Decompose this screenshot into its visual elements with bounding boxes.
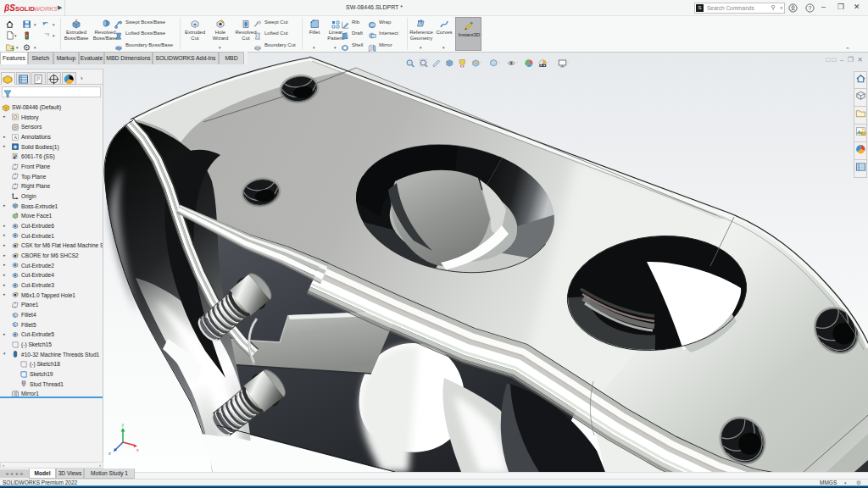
svg-text:x: x [136, 447, 139, 452]
svg-text:?: ? [808, 5, 811, 11]
svg-text:z: z [108, 451, 111, 456]
svg-text:A: A [14, 135, 17, 140]
svg-text:SOLID: SOLID [15, 5, 36, 13]
svg-text:WORKS: WORKS [34, 5, 57, 13]
svg-text:ab: ab [370, 23, 376, 27]
svg-text:βS: βS [4, 3, 15, 13]
svg-text:y: y [122, 422, 125, 427]
